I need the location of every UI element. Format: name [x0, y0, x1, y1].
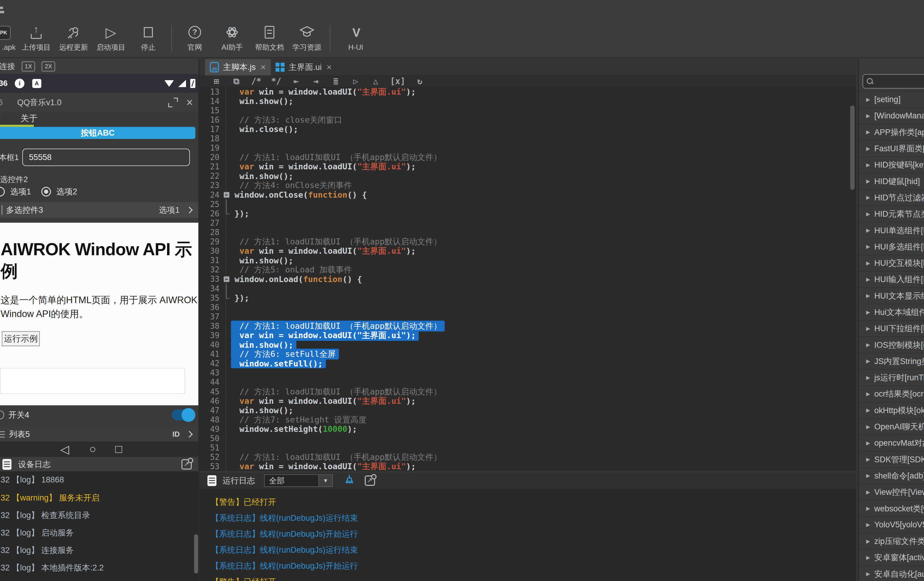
- api-tree-item[interactable]: ▶ okHttp模块[ok: [859, 402, 924, 418]
- radio-option2-checked[interactable]: [41, 187, 51, 196]
- api-tree-item[interactable]: ▶ HUI交互模块[h: [859, 255, 924, 271]
- scale-2x-button[interactable]: 2X: [41, 61, 55, 71]
- code-line[interactable]: 52 // 方法1: loadUI加载UI （手机app默认启动文件）: [200, 453, 856, 462]
- format-icon[interactable]: ≣: [330, 76, 341, 86]
- open-external-icon[interactable]: [365, 476, 375, 486]
- fold-marker[interactable]: [223, 181, 231, 190]
- api-tree-item[interactable]: ▶ YoloV5[yoloV5: [859, 517, 924, 533]
- website-button[interactable]: ? 官网: [176, 25, 213, 52]
- tab-main-ui[interactable]: 主界面.ui ×: [271, 59, 337, 75]
- code-line[interactable]: 30 var win = window.loadUI("主界面.ui");: [200, 247, 856, 256]
- code-line[interactable]: 41 // 方法6: setFull全屏: [200, 350, 856, 359]
- fold-marker[interactable]: [223, 115, 231, 125]
- api-tree-item[interactable]: ▶ HID节点过滤器: [859, 189, 924, 206]
- fold-marker[interactable]: [223, 275, 231, 284]
- code-line[interactable]: 46 var win = window.loadUI("主界面.ui");: [200, 396, 856, 406]
- code-line[interactable]: 24 window.onClose(function() {: [200, 190, 856, 199]
- clear-icon[interactable]: ↻: [414, 76, 426, 86]
- code-line[interactable]: 33 window.onLoad(function() {: [200, 275, 856, 284]
- fold-marker[interactable]: [223, 227, 231, 237]
- api-tree-item[interactable]: ▶ FastUI界面类[w: [859, 140, 924, 156]
- fold-marker[interactable]: [223, 265, 231, 275]
- hui-button[interactable]: V H-UI: [335, 25, 377, 51]
- fold-marker[interactable]: [223, 359, 231, 368]
- fold-marker[interactable]: [223, 378, 231, 387]
- api-tree-item[interactable]: ▶ HID键鼠[hid]: [859, 173, 924, 189]
- code-line[interactable]: 15: [200, 106, 856, 115]
- run-log-list[interactable]: 【警告】已经打开【系统日志】线程(runDebugJs)运行结束【系统日志】线程…: [200, 489, 856, 581]
- fold-marker[interactable]: [223, 312, 231, 321]
- code-line[interactable]: 35 });: [200, 293, 856, 303]
- flask-icon[interactable]: △: [370, 76, 381, 86]
- api-tree-item[interactable]: ▶ shell命令[adb]: [859, 467, 924, 484]
- api-tree-item[interactable]: ▶ Hui文本域组件: [859, 304, 924, 320]
- code-line[interactable]: 17 win.close();: [200, 125, 856, 134]
- code-line[interactable]: 40 win.show();: [200, 340, 856, 350]
- uncomment-icon[interactable]: */: [271, 76, 282, 86]
- device-log-scrollbar[interactable]: [194, 534, 198, 573]
- api-tree-item[interactable]: ▶ HUI输入组件[H: [859, 271, 924, 287]
- code-line[interactable]: 21 var win = window.loadUI("主界面.ui");: [200, 162, 856, 171]
- code-line[interactable]: 18: [200, 134, 856, 143]
- code-line[interactable]: 20 // 方法1: loadUI加载UI （手机app默认启动文件）: [200, 153, 856, 162]
- copy-icon[interactable]: ⧉: [231, 76, 242, 87]
- tab-about[interactable]: 关于: [20, 113, 37, 124]
- tab-home[interactable]: 页: [0, 113, 1, 124]
- api-tree-item[interactable]: ▶ JS内置String类: [859, 353, 924, 369]
- fold-marker[interactable]: [223, 406, 231, 415]
- expand-icon[interactable]: [168, 98, 178, 107]
- close-tab-icon[interactable]: ×: [261, 62, 266, 72]
- code-line[interactable]: 27: [200, 218, 856, 227]
- fold-marker[interactable]: [223, 162, 231, 171]
- fold-marker[interactable]: [223, 293, 231, 303]
- fold-marker[interactable]: [223, 350, 231, 359]
- fold-marker[interactable]: [223, 443, 231, 453]
- fold-marker[interactable]: [223, 284, 231, 293]
- open-external-icon[interactable]: [182, 459, 192, 469]
- abc-button[interactable]: 按钮ABC: [0, 127, 195, 139]
- code-line[interactable]: 42 window.setFull();: [200, 359, 856, 368]
- nav-home-button[interactable]: ○: [89, 443, 96, 456]
- api-tree-item[interactable]: ▶ View控件[View: [859, 484, 924, 500]
- fold-marker[interactable]: [223, 125, 231, 134]
- api-tree-item[interactable]: ▶ [seting]: [859, 91, 924, 107]
- textbox-input[interactable]: 55558: [22, 148, 190, 166]
- sidebar-search-box[interactable]: [863, 74, 924, 89]
- code-line[interactable]: 37: [200, 312, 856, 321]
- fold-marker[interactable]: [223, 237, 231, 247]
- code-line[interactable]: 36: [200, 303, 856, 312]
- fold-marker[interactable]: [223, 462, 231, 471]
- code-line[interactable]: 51: [200, 443, 856, 453]
- api-tree-item[interactable]: ▶ HUI文本显示组: [859, 288, 924, 304]
- fold-marker[interactable]: [223, 331, 231, 340]
- comment-icon[interactable]: /*: [251, 76, 262, 86]
- multi-select-row[interactable]: 多选控件3 选项1: [0, 202, 198, 218]
- fold-marker[interactable]: [223, 256, 231, 265]
- radio-option1-unchecked[interactable]: [0, 187, 5, 196]
- code-line[interactable]: 44: [200, 378, 856, 387]
- api-tree-item[interactable]: ▶ OpenAI聊天机: [859, 418, 924, 435]
- learning-resources-button[interactable]: 学习资源: [288, 25, 325, 52]
- api-tree-item[interactable]: ▶ 安卓窗体[activ: [859, 549, 924, 565]
- close-tab-icon[interactable]: ×: [327, 62, 332, 72]
- fold-marker[interactable]: [223, 424, 231, 434]
- close-icon[interactable]: ×: [186, 98, 193, 107]
- fold-marker[interactable]: [223, 218, 231, 227]
- fold-marker[interactable]: [223, 453, 231, 462]
- new-file-icon[interactable]: ⊞: [211, 76, 222, 86]
- toggle-switch-on[interactable]: [172, 410, 194, 420]
- run-icon[interactable]: ▷: [350, 76, 361, 86]
- code-line[interactable]: 43: [200, 368, 856, 378]
- fold-marker[interactable]: [223, 368, 231, 378]
- start-project-button[interactable]: ▷ 启动项目: [92, 25, 130, 52]
- code-line[interactable]: 48 // 方法7: setHeight 设置高度: [200, 415, 856, 424]
- webview-empty-box[interactable]: [0, 368, 185, 394]
- nav-recent-button[interactable]: □: [115, 443, 122, 456]
- fold-marker[interactable]: [223, 303, 231, 312]
- fold-marker[interactable]: [223, 190, 231, 199]
- api-tree-item[interactable]: ▶ zip压缩文件类[: [859, 533, 924, 549]
- code-line[interactable]: 19: [200, 143, 856, 153]
- api-tree-item[interactable]: ▶ ocr结果类[ocrR: [859, 385, 924, 402]
- api-tree-item[interactable]: ▶ IOS控制模块[io: [859, 336, 924, 352]
- indent-icon[interactable]: ⇥: [310, 76, 321, 86]
